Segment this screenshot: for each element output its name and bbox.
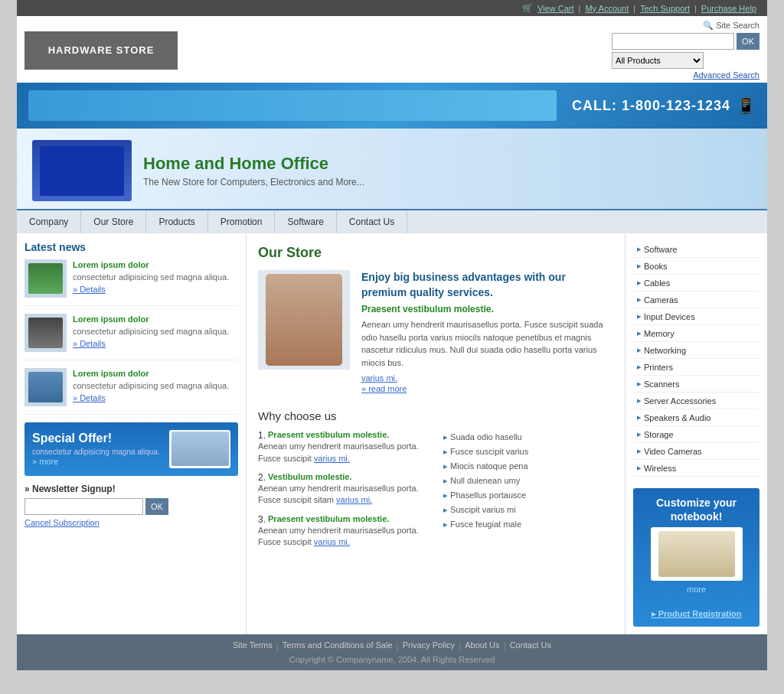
special-offer-title: Special Offer! (32, 432, 160, 445)
cart-icon: 🛒 (522, 3, 533, 13)
newsletter-heading: » Newsletter Signup! (24, 484, 238, 494)
cat-printers[interactable]: Printers (633, 359, 760, 376)
my-account-link[interactable]: My Account (585, 4, 629, 13)
nav-item-promotion[interactable]: Promotion (208, 210, 276, 233)
why-heading: Why choose us (258, 409, 613, 422)
bullet-item: Suada odio hasellu (443, 430, 613, 445)
product-registration-link[interactable]: ▸ Product Registration (652, 609, 742, 618)
news-desc-2: consectetur adipisicing sed magna aliqua… (73, 326, 229, 337)
why-body-3: Aenean umy hendrerit maurisasellus porta… (258, 525, 428, 549)
bullet-item: Phasellus portausce (443, 488, 613, 503)
cat-video-cameras[interactable]: Video Cameras (633, 443, 760, 460)
header-top-bar: 🛒 View Cart | My Account | Tech Support … (17, 0, 767, 16)
hero-image (32, 140, 132, 201)
cat-software[interactable]: Software (633, 241, 760, 258)
newsletter-input[interactable] (24, 498, 143, 515)
main-content: Latest news Lorem ipsum dolor consectetu… (17, 233, 767, 634)
cat-scanners[interactable]: Scanners (633, 376, 760, 393)
center-content: Our Store Enjoy big business advantages … (247, 233, 626, 634)
news-text-2: Lorem ipsum dolor consectetur adipisicin… (73, 314, 229, 352)
news-image-2 (24, 314, 67, 352)
news-details-2[interactable]: » Details (73, 339, 229, 348)
why-body-1: Aenean umy hendrerit maurisasellus porta… (258, 441, 428, 464)
cat-wireless[interactable]: Wireless (633, 460, 760, 477)
blue-banner: CALL: 1-800-123-1234 📱 (17, 83, 767, 129)
news-item: Lorem ipsum dolor consectetur adipisicin… (24, 368, 238, 415)
feature-subheading: Praesent vestibulum molestie. (361, 304, 613, 314)
news-text-3: Lorem ipsum dolor consectetur adipisicin… (73, 368, 229, 406)
cat-cables[interactable]: Cables (633, 275, 760, 292)
why-link-2[interactable]: varius mi. (336, 495, 372, 504)
store-title: Our Store (258, 245, 613, 261)
newsletter-ok-button[interactable]: OK (145, 498, 168, 515)
why-item-1: 1. Praesent vestibulum molestie. Aenean … (258, 430, 428, 464)
why-title-3: Praesent vestibulum molestie. (268, 514, 389, 525)
right-sidebar: Software Books Cables Cameras Input Devi… (626, 233, 767, 634)
footer-terms-conditions[interactable]: Terms and Conditions of Sale (283, 640, 393, 651)
news-details-1[interactable]: » Details (73, 285, 229, 294)
hero-subtitle: The New Store for Computers, Electronics… (143, 177, 364, 187)
news-title-2: Lorem ipsum dolor (73, 314, 149, 324)
cat-server-accessories[interactable]: Server Accessories (633, 393, 760, 409)
why-choose-section: Why choose us 1. Praesent vestibulum mol… (258, 409, 613, 556)
footer-contact-us[interactable]: Contact Us (510, 640, 551, 651)
nav-item-company[interactable]: Company (17, 210, 81, 233)
customize-more-link[interactable]: more (641, 585, 752, 594)
nav-item-contact-us[interactable]: Contact Us (337, 210, 407, 233)
why-link-3[interactable]: varius mi. (314, 537, 350, 546)
search-input[interactable] (612, 33, 734, 50)
view-cart-link[interactable]: View Cart (537, 4, 573, 13)
why-body-2: Aenean umy hendrerit maurisasellus porta… (258, 483, 428, 507)
nav-item-products[interactable]: Products (146, 210, 207, 233)
newsletter-row: OK (24, 498, 238, 515)
cat-input-devices[interactable]: Input Devices (633, 308, 760, 325)
hero-section: Home and Home Office The New Store for C… (17, 129, 767, 209)
customize-heading: Customize your notebook! (641, 496, 752, 523)
footer-links: Site Terms | Terms and Conditions of Sal… (23, 640, 761, 651)
bullet-list: Suada odio hasellu Fusce suscipit varius… (443, 430, 613, 532)
logo-text: HARDWARE STORE (48, 44, 155, 56)
advanced-search-link[interactable]: Advanced Search (612, 70, 760, 80)
latest-news-section: Latest news Lorem ipsum dolor consectetu… (24, 241, 238, 415)
purchase-help-link[interactable]: Purchase Help (701, 4, 756, 13)
why-item-3: 3. Praesent vestibulum molestie. Aenean … (258, 514, 428, 549)
laptop-image (658, 531, 735, 577)
why-link-1[interactable]: varius mi. (314, 454, 350, 463)
feature-image (258, 270, 350, 370)
cat-storage[interactable]: Storage (633, 426, 760, 443)
why-num-3: 3. (258, 514, 266, 525)
cat-memory[interactable]: Memory (633, 325, 760, 342)
phone-icon: 📱 (737, 96, 756, 115)
nav-item-our-store[interactable]: Our Store (81, 210, 146, 233)
feature-varius-link[interactable]: varius mi. (361, 373, 397, 383)
category-select[interactable]: All Products (612, 52, 704, 69)
bullet-item: Fusce suscipit varius (443, 445, 613, 459)
call-text: CALL: 1-800-123-1234 (572, 98, 730, 114)
special-offer-text: Special Offer! consectetur adipisicing m… (32, 432, 160, 467)
news-image-3 (24, 368, 67, 406)
tech-support-link[interactable]: Tech Support (640, 4, 690, 13)
cat-networking[interactable]: Networking (633, 342, 760, 359)
why-num-1: 1. (258, 430, 266, 441)
news-title-1: Lorem ipsum dolor (73, 260, 149, 269)
customize-box: Customize your notebook! more ▸ Product … (633, 488, 760, 627)
feature-body: Aenean umy hendrerit maurisasellus porta… (361, 318, 613, 369)
read-more-link[interactable]: » read more (361, 384, 407, 393)
news-details-3[interactable]: » Details (73, 393, 229, 402)
special-offer-more[interactable]: » more (32, 457, 58, 466)
cat-cameras[interactable]: Cameras (633, 292, 760, 308)
cat-speakers-audio[interactable]: Speakers & Audio (633, 409, 760, 426)
customize-image (651, 527, 743, 581)
footer-about-us[interactable]: About Us (465, 640, 499, 651)
footer-site-terms[interactable]: Site Terms (233, 640, 273, 651)
why-item-2: 2. Vestibulum molestie. Aenean umy hendr… (258, 472, 428, 507)
cancel-subscription-link[interactable]: Cancel Subscription (24, 518, 238, 527)
left-sidebar: Latest news Lorem ipsum dolor consectetu… (17, 233, 247, 634)
special-offer-desc: consectetur adipisicing magna aliqua. (32, 448, 160, 456)
cat-books[interactable]: Books (633, 258, 760, 275)
nav-item-software[interactable]: Software (275, 210, 336, 233)
footer-privacy-policy[interactable]: Privacy Policy (403, 640, 455, 651)
special-offer-image (169, 430, 230, 468)
footer-copyright: Copyright © Companyname, 2004. All Right… (23, 655, 761, 664)
search-ok-button[interactable]: OK (737, 33, 760, 50)
